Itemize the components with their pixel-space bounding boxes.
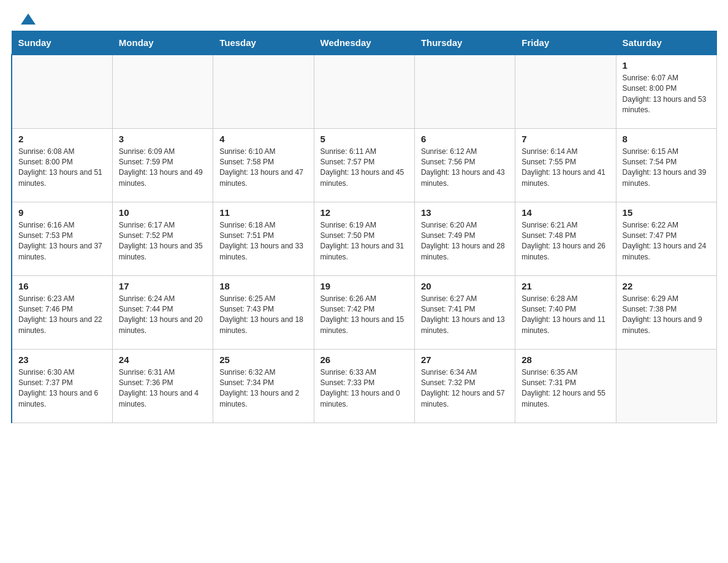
day-info: Sunrise: 6:09 AM Sunset: 7:59 PM Dayligh… [119, 147, 207, 190]
calendar-week-4: 16Sunrise: 6:23 AM Sunset: 7:46 PM Dayli… [12, 275, 717, 349]
day-number: 13 [421, 207, 509, 218]
day-info: Sunrise: 6:25 AM Sunset: 7:43 PM Dayligh… [219, 294, 307, 337]
calendar-week-2: 2Sunrise: 6:08 AM Sunset: 8:00 PM Daylig… [12, 128, 717, 202]
logo [18, 11, 37, 25]
calendar-cell: 2Sunrise: 6:08 AM Sunset: 8:00 PM Daylig… [12, 128, 112, 202]
day-number: 12 [320, 207, 408, 218]
calendar-header: SundayMondayTuesdayWednesdayThursdayFrid… [12, 31, 717, 55]
day-info: Sunrise: 6:33 AM Sunset: 7:33 PM Dayligh… [320, 367, 408, 410]
day-info: Sunrise: 6:30 AM Sunset: 7:37 PM Dayligh… [18, 367, 106, 410]
day-info: Sunrise: 6:16 AM Sunset: 7:53 PM Dayligh… [18, 220, 106, 263]
day-number: 10 [119, 207, 207, 218]
day-header-sunday: Sunday [12, 31, 112, 55]
day-number: 21 [521, 281, 609, 291]
day-number: 19 [320, 281, 408, 291]
calendar-cell: 27Sunrise: 6:34 AM Sunset: 7:32 PM Dayli… [414, 349, 515, 423]
calendar-cell: 16Sunrise: 6:23 AM Sunset: 7:46 PM Dayli… [12, 275, 112, 349]
calendar-cell: 10Sunrise: 6:17 AM Sunset: 7:52 PM Dayli… [112, 202, 213, 275]
day-number: 9 [18, 207, 106, 218]
day-header-row: SundayMondayTuesdayWednesdayThursdayFrid… [12, 31, 717, 55]
day-header-wednesday: Wednesday [314, 31, 414, 55]
day-info: Sunrise: 6:31 AM Sunset: 7:36 PM Dayligh… [119, 367, 207, 410]
calendar-cell: 7Sunrise: 6:14 AM Sunset: 7:55 PM Daylig… [515, 128, 616, 202]
calendar-cell: 22Sunrise: 6:29 AM Sunset: 7:38 PM Dayli… [616, 275, 716, 349]
calendar-week-1: 1Sunrise: 6:07 AM Sunset: 8:00 PM Daylig… [12, 55, 717, 128]
day-info: Sunrise: 6:28 AM Sunset: 7:40 PM Dayligh… [521, 294, 609, 337]
calendar-cell: 4Sunrise: 6:10 AM Sunset: 7:58 PM Daylig… [213, 128, 314, 202]
day-header-monday: Monday [112, 31, 213, 55]
calendar-cell: 20Sunrise: 6:27 AM Sunset: 7:41 PM Dayli… [414, 275, 515, 349]
day-number: 14 [521, 207, 609, 218]
day-info: Sunrise: 6:35 AM Sunset: 7:31 PM Dayligh… [521, 367, 609, 410]
day-info: Sunrise: 6:11 AM Sunset: 7:57 PM Dayligh… [320, 147, 408, 190]
day-number: 8 [623, 134, 710, 144]
day-header-friday: Friday [515, 31, 616, 55]
calendar-cell: 14Sunrise: 6:21 AM Sunset: 7:48 PM Dayli… [515, 202, 616, 275]
day-number: 17 [119, 281, 207, 291]
calendar-cell: 24Sunrise: 6:31 AM Sunset: 7:36 PM Dayli… [112, 349, 213, 423]
calendar-cell: 11Sunrise: 6:18 AM Sunset: 7:51 PM Dayli… [213, 202, 314, 275]
day-info: Sunrise: 6:21 AM Sunset: 7:48 PM Dayligh… [521, 220, 609, 263]
calendar-cell: 17Sunrise: 6:24 AM Sunset: 7:44 PM Dayli… [112, 275, 213, 349]
day-info: Sunrise: 6:17 AM Sunset: 7:52 PM Dayligh… [119, 220, 207, 263]
day-info: Sunrise: 6:14 AM Sunset: 7:55 PM Dayligh… [521, 147, 609, 190]
day-info: Sunrise: 6:08 AM Sunset: 8:00 PM Dayligh… [18, 147, 106, 190]
day-number: 25 [219, 354, 307, 365]
day-info: Sunrise: 6:23 AM Sunset: 7:46 PM Dayligh… [18, 294, 106, 337]
day-info: Sunrise: 6:32 AM Sunset: 7:34 PM Dayligh… [219, 367, 307, 410]
calendar-cell: 3Sunrise: 6:09 AM Sunset: 7:59 PM Daylig… [112, 128, 213, 202]
calendar-cell [515, 55, 616, 128]
calendar-cell: 9Sunrise: 6:16 AM Sunset: 7:53 PM Daylig… [12, 202, 112, 275]
day-number: 5 [320, 134, 408, 144]
calendar-cell [112, 55, 213, 128]
calendar-cell [213, 55, 314, 128]
calendar-container: SundayMondayTuesdayWednesdayThursdayFrid… [0, 31, 728, 434]
calendar-cell [616, 349, 716, 423]
day-info: Sunrise: 6:12 AM Sunset: 7:56 PM Dayligh… [421, 147, 509, 190]
day-number: 7 [521, 134, 609, 144]
calendar-cell: 28Sunrise: 6:35 AM Sunset: 7:31 PM Dayli… [515, 349, 616, 423]
day-header-tuesday: Tuesday [213, 31, 314, 55]
logo-triangle-icon [20, 11, 37, 28]
calendar-cell [314, 55, 414, 128]
day-number: 11 [219, 207, 307, 218]
day-info: Sunrise: 6:10 AM Sunset: 7:58 PM Dayligh… [219, 147, 307, 190]
calendar-cell [414, 55, 515, 128]
day-info: Sunrise: 6:18 AM Sunset: 7:51 PM Dayligh… [219, 220, 307, 263]
calendar-cell: 12Sunrise: 6:19 AM Sunset: 7:50 PM Dayli… [314, 202, 414, 275]
calendar-cell: 5Sunrise: 6:11 AM Sunset: 7:57 PM Daylig… [314, 128, 414, 202]
calendar-cell [12, 55, 112, 128]
svg-marker-0 [21, 13, 36, 25]
day-number: 3 [119, 134, 207, 144]
calendar-cell: 18Sunrise: 6:25 AM Sunset: 7:43 PM Dayli… [213, 275, 314, 349]
calendar-cell: 13Sunrise: 6:20 AM Sunset: 7:49 PM Dayli… [414, 202, 515, 275]
day-number: 26 [320, 354, 408, 365]
day-number: 4 [219, 134, 307, 144]
day-number: 15 [623, 207, 710, 218]
calendar-body: 1Sunrise: 6:07 AM Sunset: 8:00 PM Daylig… [12, 55, 717, 423]
calendar-cell: 6Sunrise: 6:12 AM Sunset: 7:56 PM Daylig… [414, 128, 515, 202]
day-info: Sunrise: 6:07 AM Sunset: 8:00 PM Dayligh… [623, 73, 710, 116]
day-number: 23 [18, 354, 106, 365]
day-header-thursday: Thursday [414, 31, 515, 55]
calendar-cell: 8Sunrise: 6:15 AM Sunset: 7:54 PM Daylig… [616, 128, 716, 202]
page-header [0, 0, 728, 31]
day-info: Sunrise: 6:26 AM Sunset: 7:42 PM Dayligh… [320, 294, 408, 337]
day-number: 2 [18, 134, 106, 144]
calendar-cell: 23Sunrise: 6:30 AM Sunset: 7:37 PM Dayli… [12, 349, 112, 423]
calendar-week-3: 9Sunrise: 6:16 AM Sunset: 7:53 PM Daylig… [12, 202, 717, 275]
day-number: 18 [219, 281, 307, 291]
day-info: Sunrise: 6:24 AM Sunset: 7:44 PM Dayligh… [119, 294, 207, 337]
calendar-cell: 1Sunrise: 6:07 AM Sunset: 8:00 PM Daylig… [616, 55, 716, 128]
day-number: 1 [623, 60, 710, 71]
day-info: Sunrise: 6:22 AM Sunset: 7:47 PM Dayligh… [623, 220, 710, 263]
day-number: 24 [119, 354, 207, 365]
calendar-cell: 19Sunrise: 6:26 AM Sunset: 7:42 PM Dayli… [314, 275, 414, 349]
day-number: 22 [623, 281, 710, 291]
day-info: Sunrise: 6:19 AM Sunset: 7:50 PM Dayligh… [320, 220, 408, 263]
day-info: Sunrise: 6:29 AM Sunset: 7:38 PM Dayligh… [623, 294, 710, 337]
day-number: 20 [421, 281, 509, 291]
calendar-cell: 25Sunrise: 6:32 AM Sunset: 7:34 PM Dayli… [213, 349, 314, 423]
day-number: 16 [18, 281, 106, 291]
calendar-cell: 26Sunrise: 6:33 AM Sunset: 7:33 PM Dayli… [314, 349, 414, 423]
